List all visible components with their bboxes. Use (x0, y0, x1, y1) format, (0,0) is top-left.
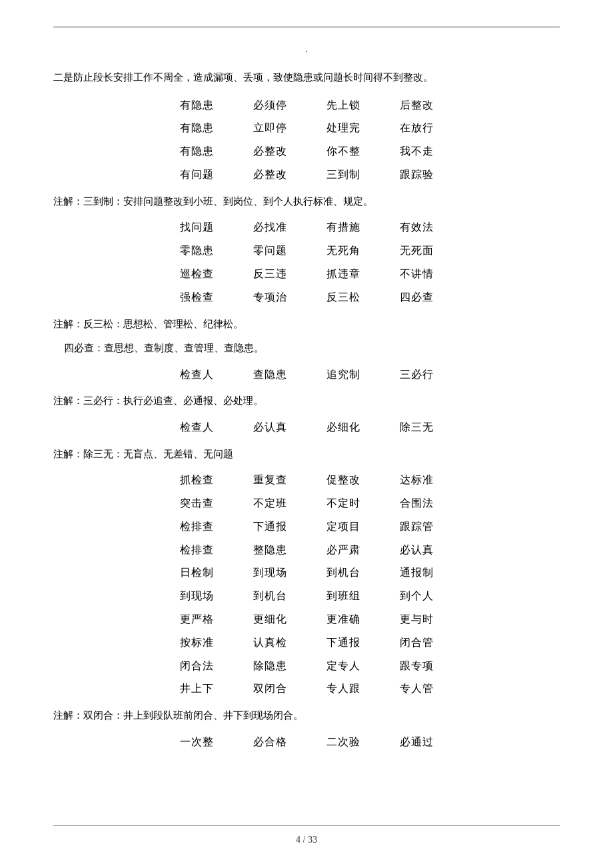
note-5: 注解：双闭合：井上到段队班前闭合、井下到现场闭合。 (53, 706, 560, 725)
verse-cell: 合围法 (380, 494, 453, 513)
verse-cell: 更严格 (160, 610, 233, 629)
verse-cell: 你不整 (306, 142, 380, 161)
verse-cell: 更准确 (306, 610, 380, 629)
verse-cell: 跟踪验 (380, 165, 453, 185)
verse-cell: 零隐患 (160, 241, 233, 261)
verse-row: 抓检查 重复查 促整改 达标准 (53, 471, 560, 490)
verse-cell: 追究制 (306, 365, 380, 385)
verse-cell: 到现场 (160, 587, 233, 606)
verse-cell: 日检制 (160, 563, 233, 583)
verse-cell: 强检查 (160, 288, 233, 307)
verse-cell: 必认真 (233, 418, 306, 437)
verse-cell: 必整改 (233, 142, 306, 161)
page-footer: 4 / 33 (53, 825, 560, 848)
verse-cell: 无死面 (380, 241, 453, 261)
verse-cell: 按标准 (160, 633, 233, 653)
verse-cell: 有效法 (380, 218, 453, 237)
verse-row: 有隐患 立即停 处理完 在放行 (53, 119, 560, 138)
verse-row: 强检查 专项治 反三松 四必查 (53, 288, 560, 307)
verse-group-5: 抓检查 重复查 促整改 达标准 突击查 不定班 不定时 合围法 检排查 下通报 … (53, 469, 560, 701)
verse-cell: 跟踪管 (380, 517, 453, 537)
verse-cell: 突击查 (160, 494, 233, 513)
verse-cell: 闭合管 (380, 633, 453, 653)
verse-row: 井上下 双闭合 专人跟 专人管 (53, 679, 560, 699)
verse-cell: 除隐患 (233, 657, 306, 676)
verse-group-4: 检查人 必认真 必细化 除三无 (53, 416, 560, 439)
verse-row: 日检制 到现场 到机台 通报制 (53, 563, 560, 583)
verse-row: 检查人 查隐患 追究制 三必行 (53, 365, 560, 385)
verse-group-3: 检查人 查隐患 追究制 三必行 (53, 363, 560, 387)
verse-cell: 到机台 (306, 563, 380, 583)
verse-cell: 整隐患 (233, 541, 306, 560)
verse-cell: 处理完 (306, 119, 380, 138)
verse-cell: 到机台 (233, 587, 306, 606)
verse-cell: 查隐患 (233, 365, 306, 385)
verse-cell: 不定班 (233, 494, 306, 513)
verse-cell: 必通过 (380, 733, 453, 752)
verse-cell: 一次整 (160, 733, 233, 752)
verse-cell: 更细化 (233, 610, 306, 629)
verse-cell: 双闭合 (233, 679, 306, 699)
verse-cell: 定专人 (306, 657, 380, 676)
page-number: 4 / 33 (296, 835, 317, 845)
verse-row: 巡检查 反三违 抓违章 不讲情 (53, 265, 560, 284)
verse-group-2: 找问题 必找准 有措施 有效法 零隐患 零问题 无死角 无死面 巡检查 反三违 … (53, 216, 560, 309)
verse-cell: 检排查 (160, 541, 233, 560)
verse-cell: 到现场 (233, 563, 306, 583)
verse-cell: 下通报 (233, 517, 306, 537)
page-container: . 二是防止段长安排工作不周全，造成漏项、丢项，致使隐患或问题长时间得不到整改。… (0, 0, 613, 868)
verse-cell: 无死角 (306, 241, 380, 261)
verse-cell: 必整改 (233, 165, 306, 185)
verse-cell: 除三无 (380, 418, 453, 437)
verse-cell: 跟专项 (380, 657, 453, 676)
verse-row: 按标准 认真检 下通报 闭合管 (53, 633, 560, 653)
verse-group-1: 有隐患 必须停 先上锁 后整改 有隐患 立即停 处理完 在放行 有隐患 必整改 … (53, 94, 560, 187)
verse-cell: 二次验 (306, 733, 380, 752)
verse-cell: 到班组 (306, 587, 380, 606)
verse-row: 闭合法 除隐患 定专人 跟专项 (53, 657, 560, 676)
verse-cell: 必须停 (233, 96, 306, 115)
verse-cell: 认真检 (233, 633, 306, 653)
verse-cell: 有措施 (306, 218, 380, 237)
verse-row: 检排查 整隐患 必严肃 必认真 (53, 541, 560, 560)
verse-cell: 定项目 (306, 517, 380, 537)
verse-cell: 不讲情 (380, 265, 453, 284)
verse-cell: 促整改 (306, 471, 380, 490)
verse-row: 零隐患 零问题 无死角 无死面 (53, 241, 560, 261)
verse-cell: 有隐患 (160, 96, 233, 115)
verse-row: 找问题 必找准 有措施 有效法 (53, 218, 560, 237)
verse-row: 检排查 下通报 定项目 跟踪管 (53, 517, 560, 537)
verse-row: 有隐患 必须停 先上锁 后整改 (53, 96, 560, 115)
verse-cell: 通报制 (380, 563, 453, 583)
verse-cell: 必细化 (306, 418, 380, 437)
verse-row: 一次整 必合格 二次验 必通过 (53, 733, 560, 752)
verse-row: 突击查 不定班 不定时 合围法 (53, 494, 560, 513)
verse-row: 更严格 更细化 更准确 更与时 (53, 610, 560, 629)
verse-cell: 检查人 (160, 418, 233, 437)
dot-decoration: . (53, 41, 560, 57)
verse-cell: 抓检查 (160, 471, 233, 490)
verse-cell: 三必行 (380, 365, 453, 385)
verse-cell: 更与时 (380, 610, 453, 629)
verse-cell: 有隐患 (160, 142, 233, 161)
note-4: 注解：除三无：无盲点、无差错、无问题 (53, 445, 560, 464)
verse-cell: 有问题 (160, 165, 233, 185)
verse-row: 有隐患 必整改 你不整 我不走 (53, 142, 560, 161)
intro-paragraph: 二是防止段长安排工作不周全，造成漏项、丢项，致使隐患或问题长时间得不到整改。 (53, 68, 560, 87)
note-1: 注解：三到制：安排问题整改到小班、到岗位、到个人执行标准、规定。 (53, 192, 560, 211)
verse-cell: 专人跟 (306, 679, 380, 699)
verse-cell: 专人管 (380, 679, 453, 699)
footer-divider (53, 825, 560, 826)
top-border (53, 27, 560, 27)
verse-cell: 到个人 (380, 587, 453, 606)
verse-cell: 四必查 (380, 288, 453, 307)
note-2: 注解：反三松：思想松、管理松、纪律松。 (53, 315, 560, 334)
verse-cell: 必合格 (233, 733, 306, 752)
verse-cell: 达标准 (380, 471, 453, 490)
verse-cell: 重复查 (233, 471, 306, 490)
verse-cell: 抓违章 (306, 265, 380, 284)
verse-row: 有问题 必整改 三到制 跟踪验 (53, 165, 560, 185)
verse-cell: 检查人 (160, 365, 233, 385)
verse-group-6: 一次整 必合格 二次验 必通过 (53, 731, 560, 754)
verse-cell: 专项治 (233, 288, 306, 307)
